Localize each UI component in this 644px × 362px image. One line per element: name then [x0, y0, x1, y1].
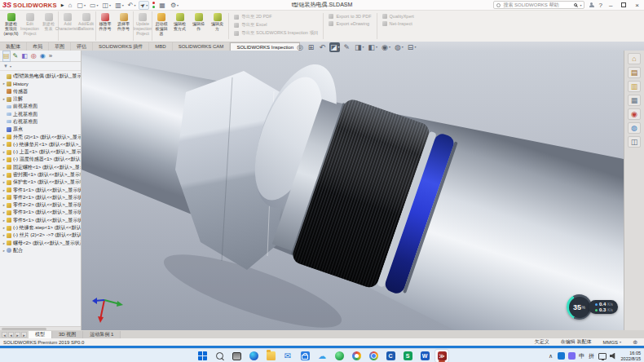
tray-icon[interactable] [610, 353, 617, 360]
export-menu-item[interactable]: 导出至 Excel [234, 22, 318, 28]
task-pane-tab[interactable]: ▤ [628, 67, 641, 78]
tree-item[interactable]: ▸ (-) 上盖<1> (默认<<默认>_显示状 [2, 148, 81, 156]
search-icon[interactable] [574, 3, 577, 7]
tray-icon[interactable]: ∧ [548, 353, 554, 360]
command-tab[interactable]: SOLIDWORKS 插件 [93, 42, 149, 51]
ribbon-button[interactable]: Add/Edit Balloons [77, 11, 95, 41]
taskbar-icon[interactable]: ✉ [281, 350, 294, 362]
quick-access-button[interactable]: ⌂ [68, 2, 74, 9]
document-tab[interactable]: 模型 [29, 331, 52, 338]
hud-button[interactable]: ◍▾ [394, 42, 404, 52]
taskbar-icon[interactable] [196, 350, 209, 362]
tree-item[interactable]: ▸ 螺母<2> (默认<<默认>_显示状态 [2, 240, 81, 247]
tree-item[interactable]: ▸ (-) 绝缘套.step<1> (默认<<默认> [2, 224, 81, 232]
tray-icon[interactable] [598, 353, 607, 360]
tree-item[interactable]: ▸ 注解 [2, 95, 81, 103]
tab-scroll-button[interactable]: ▸ [21, 332, 27, 338]
tab-scroll-button[interactable]: ◂ [8, 332, 14, 338]
tray-icon[interactable] [558, 352, 565, 360]
taskbar-icon[interactable] [298, 350, 311, 362]
ribbon-button[interactable]: 选择零 件序号 [114, 11, 133, 41]
panel-tab[interactable]: ◎ [31, 51, 37, 61]
tray-icon[interactable]: 中 [579, 352, 585, 360]
tree-item[interactable]: ▸ (-) 丝片 (2)<2> ->? (默认<<默认> [2, 232, 81, 239]
ribbon-button[interactable]: Add Characteristic [58, 11, 77, 41]
ribbon-button[interactable]: 新建检 查项目 (amp;N) [2, 11, 20, 41]
tree-item[interactable]: ▸ 配合 [2, 247, 81, 254]
task-pane-tab[interactable]: ◫ [628, 136, 641, 148]
performance-overlay-widget[interactable]: 35% 0.4 K/s 0.3 K/s [567, 294, 618, 320]
model-3d[interactable] [82, 51, 624, 330]
hud-button[interactable]: ◎ [296, 42, 305, 52]
hud-button[interactable]: ⊞ [307, 42, 316, 52]
taskbar-icon[interactable]: ☁ [315, 350, 329, 362]
tree-item[interactable]: ▸ 保护套<1> (默认<<默认>_显示状 [2, 179, 81, 186]
menu-flyout-arrow-icon[interactable]: ▶ [61, 2, 64, 7]
tray-icon[interactable]: 拼 [589, 352, 595, 360]
hud-button[interactable]: ◨▾ [354, 42, 365, 52]
quick-access-button[interactable]: ➤▾ [139, 1, 149, 10]
hud-button[interactable]: ↶ [318, 42, 327, 52]
restore-button[interactable] [621, 2, 626, 7]
ribbon-button[interactable]: 移除零 件序号 [95, 11, 114, 41]
panel-tab[interactable]: ✎ [13, 51, 19, 61]
tree-item[interactable]: ▸ 密封圈<1> (默认<<默认>_显示状 [2, 171, 81, 179]
quick-access-button[interactable]: ▥▾ [114, 2, 125, 9]
tree-item[interactable]: 原点 [2, 126, 81, 133]
task-pane-tab[interactable]: ▦ [628, 95, 641, 106]
help-search-box[interactable]: 搜索 SOLIDWORKS 帮助 ▾ [493, 1, 584, 9]
export-menu-item[interactable]: Export eDrawing [329, 21, 371, 26]
taskbar-clock[interactable]: 16:05 2022/8/15 [621, 351, 641, 361]
taskbar-icon[interactable] [367, 350, 380, 362]
command-tab[interactable]: 草图 [49, 42, 71, 51]
taskbar-icon[interactable] [264, 350, 277, 362]
command-tab[interactable]: 布局 [27, 42, 49, 51]
help-button[interactable]: ? [598, 2, 602, 9]
tree-item[interactable]: ▸ 固定螺栓<1> (默认<<默认>_显示 [2, 164, 81, 171]
command-tab[interactable]: 装配体 [0, 42, 27, 51]
quick-access-button[interactable] [152, 2, 156, 8]
tree-item[interactable]: 上视基准面 [2, 110, 81, 117]
tree-item[interactable]: ▸ 零件2<2> (默认<<默认>_显示状态 [2, 201, 81, 209]
tree-item[interactable]: ▸ (-) 绝缘垫片<1> (默认<<默认>_显 [2, 141, 81, 148]
tree-item[interactable]: ▸ (-) 温度传感器<1> (默认<<默认>_ [2, 156, 81, 163]
taskbar-icon[interactable] [230, 350, 243, 362]
task-pane-tab[interactable]: ▥ [628, 81, 641, 92]
taskbar-icon[interactable] [350, 350, 363, 362]
tab-scroll-button[interactable]: ▸ [15, 332, 20, 338]
command-tab[interactable]: SOLIDWORKS CAM [173, 42, 231, 51]
task-pane-tab[interactable]: ⌂ [628, 53, 641, 64]
panel-tab[interactable]: ◉ [40, 51, 46, 61]
tray-icon[interactable] [568, 352, 576, 360]
tree-item[interactable]: ▸ 零件5<1> (默认<<默认>_显示状态 [2, 217, 81, 224]
quick-access-button[interactable]: ⚙▾ [170, 2, 179, 9]
quick-access-button[interactable]: ↶▾ [127, 2, 137, 9]
taskbar-icon[interactable] [333, 350, 346, 362]
taskbar-icon[interactable]: W [418, 350, 431, 362]
tree-filter-bar[interactable]: ▼ ▾ [0, 62, 81, 71]
quick-access-button[interactable]: ▭▾ [89, 2, 99, 9]
status-globe-icon[interactable]: ⊕ [633, 339, 637, 346]
ribbon-button[interactable]: 编辑卖 方 [208, 11, 227, 41]
quality-menu-item[interactable]: Net-Inspect [382, 21, 414, 26]
tree-item[interactable]: 右视基准面 [2, 118, 81, 126]
export-menu-item[interactable]: Export to 3D PDF [329, 14, 371, 19]
export-menu-item[interactable]: 导出至 SOLIDWORKS Inspection 项目 [234, 30, 318, 36]
quick-access-button[interactable]: ▦ [158, 2, 167, 9]
close-button[interactable]: × [633, 2, 642, 9]
hud-button[interactable]: ◉▾ [381, 42, 391, 52]
units-selector[interactable]: MMGS▾ [602, 340, 621, 345]
panel-tab[interactable]: ▤ [3, 51, 10, 61]
tree-item[interactable]: ▸ 零件3<1> (默认<<默认>_显示状态 [2, 209, 81, 216]
hud-button[interactable]: ⊟▾ [407, 42, 417, 52]
tree-item[interactable]: ▸ 外壳 (2)<1> (默认<<默认>_显示状 [2, 133, 81, 140]
taskbar-icon[interactable]: C [384, 350, 397, 362]
taskbar-icon[interactable] [247, 350, 260, 362]
login-icon[interactable] [589, 2, 594, 8]
viewport-3d[interactable] [82, 51, 624, 330]
search-caret-icon[interactable]: ▾ [580, 3, 581, 7]
panel-tab[interactable]: » [49, 51, 52, 61]
hud-button[interactable]: ◧▾ [368, 42, 379, 52]
ribbon-button[interactable]: Edit Inspection Project [20, 11, 39, 41]
panel-tab[interactable]: ◧ [21, 51, 28, 61]
